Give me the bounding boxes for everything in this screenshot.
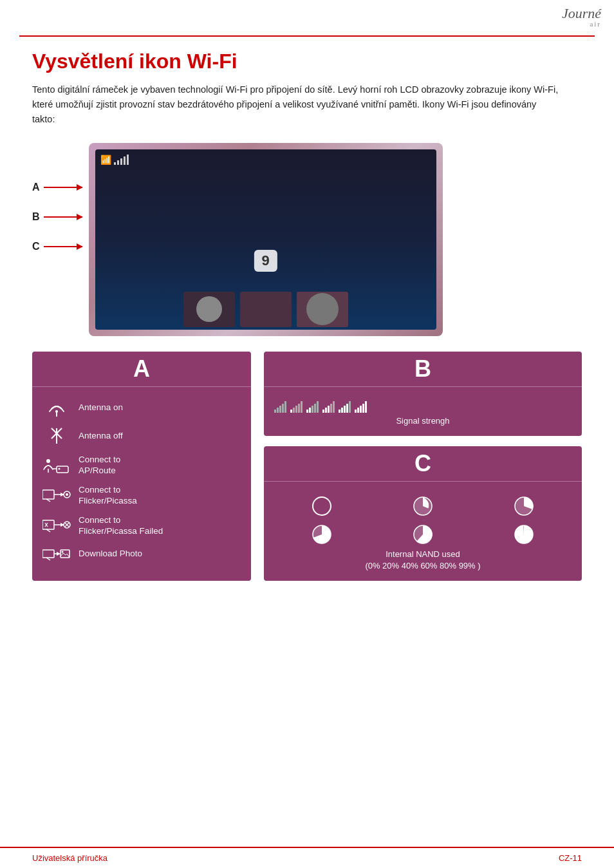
signal-bars-sim (114, 155, 129, 165)
sig-5 (355, 399, 367, 413)
connect-flickr-icon (42, 486, 71, 504)
pie-0 (274, 495, 370, 518)
connect-ap-icon (42, 455, 71, 475)
svg-point-6 (46, 459, 50, 463)
panel-c: C (264, 446, 582, 581)
logo: Journé air (562, 6, 601, 28)
intro-text: Tento digitální rámeček je vybaven techn… (32, 82, 560, 127)
page-title: Vysvětlení ikon Wi-Fi (32, 50, 582, 73)
svg-rect-29 (60, 550, 70, 558)
svg-rect-16 (42, 520, 54, 529)
logo-sub: air (562, 21, 601, 28)
page-content: Vysvětlení ikon Wi-Fi Tento digitální rá… (0, 37, 614, 632)
pie-80 (375, 523, 471, 546)
svg-rect-25 (42, 550, 54, 558)
panel-item-connect-ap: Connect toAP/Route (32, 450, 251, 480)
svg-marker-28 (57, 552, 60, 556)
diagram-labels: A B C (32, 143, 82, 260)
svg-point-1 (55, 410, 58, 413)
panel-b-caption: Signal strengh (264, 415, 582, 427)
connect-flickr-label: Connect toFlicker/Picassa (79, 484, 137, 507)
panel-item-connect-failed: Connect toFlicker/Picassa Failed (32, 511, 251, 541)
svg-point-15 (66, 493, 68, 496)
antenna-off-label: Antenna off (79, 430, 123, 442)
arrow-b (44, 216, 82, 218)
antenna-off-icon (42, 426, 71, 446)
arrow-a (44, 187, 82, 188)
svg-point-30 (62, 551, 64, 552)
download-label: Download Photo (79, 548, 142, 560)
footer: Uživatelská příručka CZ-11 (0, 847, 614, 868)
sig-4 (339, 399, 351, 413)
connect-failed-label: Connect toFlicker/Picassa Failed (79, 514, 163, 537)
sig-0 (274, 399, 286, 413)
sig-2 (306, 399, 319, 413)
footer-right: CZ-11 (559, 853, 582, 863)
sig-3 (322, 399, 335, 413)
logo-brand: Journé (562, 6, 601, 21)
panel-a-header: A (32, 352, 251, 387)
panel-b-header: B (264, 352, 582, 387)
panel-a: A Antenna on (32, 352, 251, 581)
panel-item-antenna-off: Antenna off (32, 422, 251, 450)
pie-40 (476, 495, 572, 518)
svg-point-8 (59, 468, 60, 470)
panel-item-antenna-on: Antenna on (32, 393, 251, 422)
svg-rect-7 (57, 466, 68, 473)
svg-point-31 (313, 497, 331, 515)
device-image: 📶 9 (89, 143, 443, 336)
num-badge: 9 (254, 250, 277, 272)
label-c: C (32, 241, 82, 252)
pie-20 (375, 495, 471, 518)
panel-b: B (264, 352, 582, 436)
antenna-on-label: Antenna on (79, 402, 123, 413)
download-icon (42, 545, 71, 563)
svg-rect-10 (42, 490, 54, 499)
panel-c-caption: Internal NAND used(0% 20% 40% 60% 80% 99… (264, 549, 582, 572)
panel-c-header: C (264, 446, 582, 482)
panels-right: B (264, 352, 582, 581)
connect-ap-label: Connect toAP/Route (79, 454, 120, 476)
wifi-icons-sim: 📶 (100, 155, 129, 165)
label-a: A (32, 182, 82, 193)
arrow-c (44, 246, 82, 247)
antenna-on-icon (42, 397, 71, 418)
pie-grid (264, 488, 582, 549)
signal-icons-row (264, 393, 582, 415)
pie-99 (476, 523, 572, 546)
tables-row: A Antenna on (32, 352, 582, 581)
pie-60 (274, 523, 370, 546)
label-b: B (32, 211, 82, 223)
panel-item-connect-flickr: Connect toFlicker/Picassa (32, 480, 251, 511)
footer-left: Uživatelská příručka (32, 853, 107, 863)
sig-1 (290, 399, 302, 413)
panel-item-download: Download Photo (32, 541, 251, 567)
diagram-area: A B C 📶 (32, 143, 582, 336)
connect-failed-icon (42, 516, 71, 534)
